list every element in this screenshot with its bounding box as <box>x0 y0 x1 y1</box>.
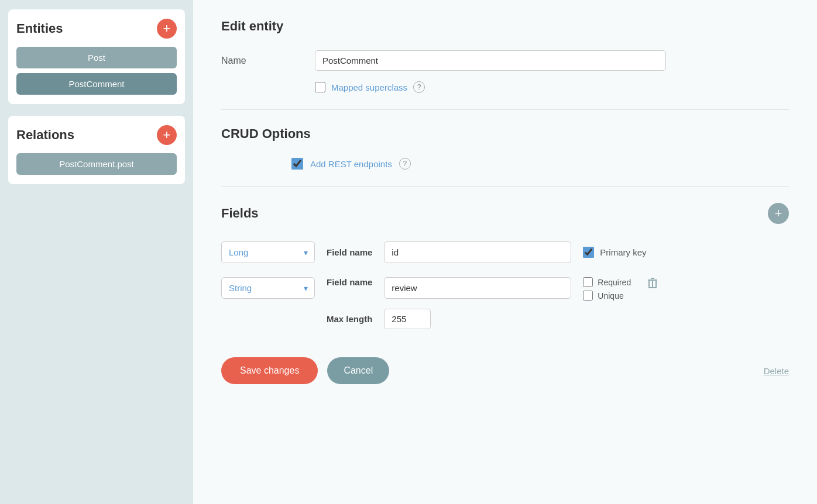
relations-section: Relations + PostComment.post <box>8 116 185 184</box>
cancel-button[interactable]: Cancel <box>327 357 389 384</box>
mapped-superclass-checkbox[interactable] <box>315 82 325 92</box>
page-title: Edit entity <box>221 19 789 34</box>
field-name-label-2: Field name <box>327 277 372 287</box>
svg-rect-0 <box>648 279 657 281</box>
primary-key-label: Primary key <box>600 247 646 257</box>
fields-header: Fields + <box>221 203 789 224</box>
svg-rect-3 <box>652 281 653 288</box>
sidebar: Entities + Post PostComment Relations + … <box>0 0 193 504</box>
field-type-dropdown-2[interactable]: Long String Integer Boolean Date Double … <box>221 277 315 299</box>
unique-checkbox[interactable] <box>583 291 593 301</box>
entity-item-post[interactable]: Post <box>16 47 177 68</box>
field-type-select-2[interactable]: Long String Integer Boolean Date Double … <box>221 277 315 299</box>
max-length-label: Max length <box>327 314 372 324</box>
max-length-input[interactable] <box>384 309 431 329</box>
primary-key-checkbox[interactable] <box>583 247 594 258</box>
svg-rect-2 <box>648 281 650 288</box>
fields-title: Fields <box>221 206 259 221</box>
save-button[interactable]: Save changes <box>221 357 318 384</box>
relations-title: Relations <box>16 127 74 143</box>
name-form-group: Name <box>221 50 789 71</box>
svg-rect-1 <box>651 278 654 279</box>
crud-title: CRUD Options <box>221 126 789 141</box>
divider-1 <box>221 109 789 110</box>
required-check-item: Required <box>583 277 631 287</box>
divider-2 <box>221 186 789 187</box>
mapped-superclass-group: Mapped superclass ? <box>315 81 789 93</box>
field-row-2-container: Long String Integer Boolean Date Double … <box>221 277 789 329</box>
max-length-row: Max length <box>327 309 789 329</box>
svg-rect-4 <box>655 281 657 288</box>
field-type-dropdown-1[interactable]: Long String Integer Boolean Date Double … <box>221 241 315 263</box>
field-name-input-2[interactable] <box>384 277 571 299</box>
rest-endpoints-group: Add REST endpoints ? <box>291 158 789 170</box>
entity-item-postcomment[interactable]: PostComment <box>16 73 177 95</box>
relations-header: Relations + <box>16 125 177 145</box>
field-row-2: Long String Integer Boolean Date Double … <box>221 277 789 301</box>
mapped-superclass-label: Mapped superclass <box>331 82 407 92</box>
field-row-1: Long String Integer Boolean Date Double … <box>221 241 789 263</box>
unique-label: Unique <box>598 291 623 301</box>
add-relation-button[interactable]: + <box>157 125 177 145</box>
entities-title: Entities <box>16 21 63 36</box>
svg-rect-5 <box>648 287 657 288</box>
unique-check-item: Unique <box>583 291 631 301</box>
delete-link[interactable]: Delete <box>764 366 789 376</box>
required-checkbox[interactable] <box>583 277 593 287</box>
field-name-label-1: Field name <box>327 247 372 257</box>
add-rest-checkbox[interactable] <box>291 158 303 170</box>
add-field-button[interactable]: + <box>768 203 789 224</box>
entities-section: Entities + Post PostComment <box>8 9 185 104</box>
entities-header: Entities + <box>16 19 177 39</box>
primary-key-check: Primary key <box>583 247 646 258</box>
delete-field-icon[interactable] <box>647 277 658 292</box>
footer-buttons: Save changes Cancel Delete <box>221 357 789 396</box>
relation-item-postcomment-post[interactable]: PostComment.post <box>16 153 177 175</box>
field-type-select-1[interactable]: Long String Integer Boolean Date Double … <box>221 241 315 263</box>
name-input[interactable] <box>315 50 666 71</box>
required-label: Required <box>598 278 631 287</box>
add-rest-label: Add REST endpoints <box>310 159 392 169</box>
add-entity-button[interactable]: + <box>157 19 177 39</box>
mapped-superclass-help-icon[interactable]: ? <box>413 81 425 93</box>
field-name-input-1[interactable] <box>384 241 571 263</box>
field-checks-2: Required Unique <box>583 277 631 301</box>
main-content: Edit entity Name Mapped superclass ? CRU… <box>193 0 817 504</box>
rest-help-icon[interactable]: ? <box>399 158 411 170</box>
name-label: Name <box>221 56 315 66</box>
